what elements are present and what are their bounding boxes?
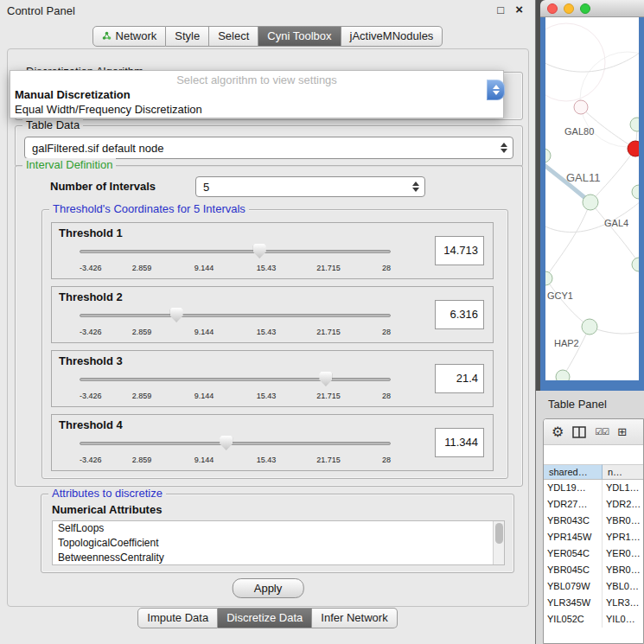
- dropdown-option-equal-width[interactable]: Equal Width/Frequency Discretization: [15, 103, 202, 116]
- threshold-2-value-field[interactable]: 6.316: [435, 300, 484, 329]
- cell[interactable]: YDR2…: [603, 496, 643, 513]
- columns-icon[interactable]: [572, 426, 586, 438]
- tick-label: 15.43: [257, 456, 277, 464]
- tab-jactivemnodules[interactable]: jActiveMNodules: [341, 26, 443, 47]
- network-node[interactable]: [545, 271, 552, 285]
- column-header-shared-name[interactable]: shared…: [544, 464, 603, 480]
- network-node[interactable]: [583, 194, 598, 210]
- cell[interactable]: YPR145W: [544, 529, 603, 545]
- apply-button[interactable]: Apply: [233, 578, 304, 598]
- cell[interactable]: YPR1…: [603, 529, 643, 545]
- cell[interactable]: YBR0…: [603, 513, 643, 529]
- scrollbar-thumb[interactable]: [495, 523, 503, 544]
- table-row[interactable]: YER054CYER0…: [544, 545, 643, 562]
- tab-network[interactable]: Network: [92, 26, 167, 47]
- cell[interactable]: YER054C: [544, 545, 603, 562]
- list-item[interactable]: BetweennessCentrality: [53, 551, 504, 565]
- slider-track[interactable]: [80, 250, 391, 253]
- threshold-3-handle[interactable]: [319, 372, 332, 386]
- cell[interactable]: YIL052C: [544, 611, 603, 628]
- threshold-4-value-field[interactable]: 11.344: [435, 428, 484, 457]
- dropdown-option-manual-discretization[interactable]: Manual Discretization: [15, 88, 131, 101]
- cell[interactable]: YDR27…: [544, 496, 603, 513]
- threshold-1-slider[interactable]: [80, 244, 391, 259]
- cell[interactable]: YER0…: [603, 545, 643, 562]
- table-row[interactable]: YBR043CYBR0…: [544, 513, 643, 529]
- cell[interactable]: YBR043C: [544, 513, 603, 529]
- combobox-stepper-icon[interactable]: [487, 80, 505, 100]
- threshold-1-handle[interactable]: [253, 244, 266, 258]
- select-columns-icon[interactable]: ☑☑: [595, 427, 609, 437]
- tab-label: Infer Network: [321, 611, 387, 624]
- table-panel-title: Table Panel: [548, 398, 607, 411]
- cell[interactable]: YDL19…: [544, 480, 603, 496]
- table-row[interactable]: YDL19…YDL1…: [544, 480, 643, 496]
- node-label: GAL11: [566, 171, 601, 184]
- slider-track[interactable]: [80, 314, 391, 317]
- zoom-traffic-light[interactable]: [580, 3, 590, 14]
- tab-cyni-toolbox[interactable]: Cyni Toolbox: [258, 26, 341, 47]
- column-header-name[interactable]: n…: [603, 464, 643, 480]
- threshold-4-slider[interactable]: [80, 436, 391, 451]
- tick-label: 9.144: [194, 392, 214, 400]
- tab-infer-network[interactable]: Infer Network: [312, 608, 397, 628]
- cell[interactable]: YBR0…: [603, 562, 643, 578]
- list-item[interactable]: SelfLoops: [53, 521, 504, 536]
- cell[interactable]: YDL1…: [603, 480, 643, 496]
- gear-icon[interactable]: ⚙: [552, 424, 564, 440]
- table-row[interactable]: YIL052CYIL0…: [544, 611, 643, 628]
- cell[interactable]: YBL0…: [603, 578, 643, 595]
- faint-circle: [545, 23, 605, 101]
- top-tabbar: Network Style Select Cyni Toolbox jActiv…: [0, 26, 535, 47]
- tab-impute-data[interactable]: Impute Data: [137, 608, 218, 628]
- numerical-attributes-list: SelfLoops TopologicalCoefficient Between…: [52, 520, 505, 565]
- cell[interactable]: YLR345W: [544, 595, 603, 611]
- tab-select[interactable]: Select: [209, 26, 258, 47]
- grid-icon[interactable]: ⊞: [617, 425, 627, 438]
- tick-label: 2.859: [132, 264, 152, 272]
- interval-definition-group: Interval Definition Number of Intervals …: [15, 165, 523, 487]
- tab-style[interactable]: Style: [166, 26, 209, 47]
- tick-label: 15.43: [257, 392, 277, 400]
- slider-track[interactable]: [80, 442, 391, 445]
- number-of-intervals-combobox[interactable]: 5: [195, 176, 425, 197]
- network-node[interactable]: [574, 100, 588, 114]
- threshold-3-slider[interactable]: [80, 372, 391, 387]
- cell[interactable]: YIL0…: [603, 611, 643, 628]
- list-item[interactable]: TopologicalCoefficient: [53, 536, 504, 551]
- table-row[interactable]: YLR345WYLR3…: [544, 595, 643, 611]
- threshold-2-handle[interactable]: [170, 308, 183, 322]
- tab-discretize-data[interactable]: Discretize Data: [218, 608, 312, 628]
- tick-label: 28: [382, 264, 391, 272]
- close-icon[interactable]: ×: [515, 2, 523, 16]
- network-window-titlebar[interactable]: [540, 0, 644, 17]
- threshold-2-slider[interactable]: [80, 308, 391, 323]
- cell[interactable]: YLR3…: [603, 595, 643, 611]
- numerical-attributes-label: Numerical Attributes: [52, 503, 162, 516]
- minimize-traffic-light[interactable]: [564, 3, 574, 14]
- threshold-4-handle[interactable]: [220, 436, 233, 450]
- list-scrollbar[interactable]: [493, 521, 504, 564]
- close-traffic-light[interactable]: [547, 3, 558, 14]
- table-row[interactable]: YPR145WYPR1…: [544, 529, 643, 545]
- network-node[interactable]: [582, 319, 597, 335]
- slider-track[interactable]: [80, 378, 391, 381]
- network-node-selected[interactable]: [628, 141, 639, 156]
- table-row[interactable]: YDR27…YDR2…: [544, 496, 643, 513]
- threshold-3-value-field[interactable]: 21.4: [435, 364, 484, 393]
- network-node[interactable]: [545, 149, 551, 163]
- network-node[interactable]: [630, 118, 639, 131]
- group-title: Table Data: [22, 118, 83, 131]
- threshold-1-value-field[interactable]: 14.713: [435, 236, 484, 265]
- float-window-icon[interactable]: □: [497, 3, 504, 16]
- table-row[interactable]: YBL079WYBL0…: [544, 578, 643, 595]
- table-row[interactable]: YBR045CYBR0…: [544, 562, 643, 578]
- cell[interactable]: YBL079W: [544, 578, 603, 595]
- combobox-value: galFiltered.sif default node: [32, 137, 163, 158]
- network-node[interactable]: [556, 370, 570, 380]
- network-canvas[interactable]: GAL80 GAL11 GAL4 GCY1 HAP2: [545, 17, 639, 380]
- network-node[interactable]: [632, 258, 639, 271]
- table-data-combobox[interactable]: galFiltered.sif default node: [24, 137, 513, 159]
- cell[interactable]: YBR045C: [544, 562, 603, 578]
- network-node[interactable]: [632, 185, 639, 199]
